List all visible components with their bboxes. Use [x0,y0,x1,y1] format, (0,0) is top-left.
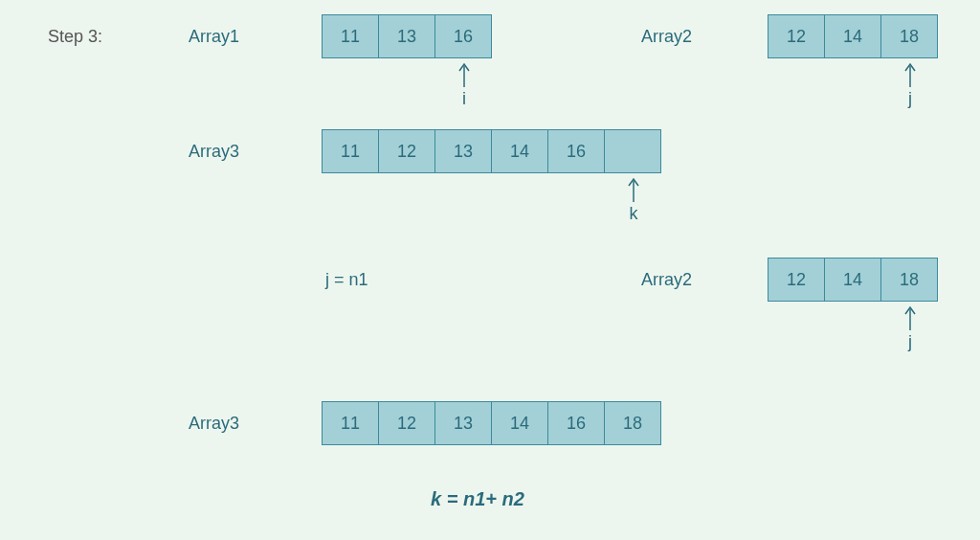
pointer-j-row3: j [901,304,920,352]
cell: 14 [824,258,881,302]
pointer-j-row1: j [901,60,920,109]
cell: 12 [378,129,435,173]
cell [604,129,661,173]
cell: 18 [880,258,938,302]
arrow-up-icon [904,60,916,87]
arrow-up-icon [628,175,639,202]
cell: 13 [434,129,492,173]
cell: 14 [824,14,881,58]
array1-row1: 11 13 16 [322,14,492,58]
array2-row1: 12 14 18 [768,14,938,58]
label-array3-row4: Array3 [189,414,239,434]
label-array2-row3: Array2 [641,270,692,290]
label-array2-row1: Array2 [641,27,692,47]
pointer-k: k [624,175,643,224]
cell: 12 [768,14,825,58]
cell: 11 [322,129,379,173]
arrow-up-icon [904,304,916,330]
array3-row4: 11 12 13 14 16 18 [322,401,661,445]
arrow-up-icon [458,60,470,87]
cell: 11 [322,401,379,445]
cell: 12 [378,401,435,445]
formula-k: k = n1+ n2 [431,488,524,510]
cell: 18 [880,14,938,58]
pointer-label: i [462,89,466,109]
cell: 18 [604,401,661,445]
cell: 16 [547,401,605,445]
pointer-i: i [455,60,474,109]
formula-j-n1: j = n1 [325,270,368,290]
cell: 13 [378,14,435,58]
pointer-label: k [630,204,638,224]
array3-row2: 11 12 13 14 16 [322,129,661,173]
pointer-label: j [908,332,912,352]
cell: 14 [491,401,548,445]
cell: 11 [322,14,379,58]
label-array3-row2: Array3 [189,142,239,162]
label-array1: Array1 [189,27,239,47]
cell: 13 [434,401,492,445]
cell: 16 [547,129,605,173]
cell: 14 [491,129,548,173]
step-label: Step 3: [48,27,102,47]
cell: 16 [434,14,492,58]
array2-row3: 12 14 18 [768,258,938,302]
cell: 12 [768,258,825,302]
pointer-label: j [908,89,912,109]
